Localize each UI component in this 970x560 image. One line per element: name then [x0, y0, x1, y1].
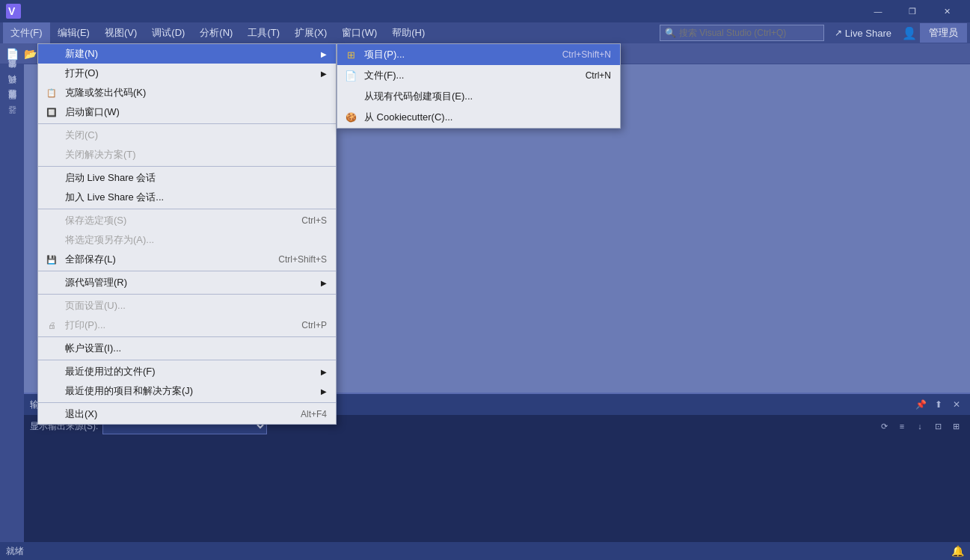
new-file-label: 文件(F)...	[364, 69, 404, 82]
minimize-button[interactable]: —	[861, 0, 895, 22]
cookiecutter-label: 从 Cookiecutter(C)...	[364, 111, 452, 124]
new-submenu-cookiecutter[interactable]: 🍪 从 Cookiecutter(C)...	[337, 107, 620, 128]
file-menu-start-window-label: 启动窗口(W)	[65, 105, 120, 119]
file-menu-clone-label: 克隆或签出代码(K)	[65, 86, 146, 99]
sep-8	[38, 402, 336, 403]
file-menu-exit-label: 退出(X)	[65, 407, 97, 421]
file-menu-close-solution: 关闭解决方案(T)	[38, 145, 336, 164]
new-submenu-project[interactable]: ⊞ 项目(P)... Ctrl+Shift+N	[337, 44, 620, 65]
menu-analyze[interactable]: 分析(N)	[192, 22, 240, 43]
file-menu-save-selected: 保存选定项(S) Ctrl+S	[38, 211, 336, 230]
menu-edit[interactable]: 编辑(E)	[50, 22, 97, 43]
file-menu-source-control[interactable]: 源代码管理(R) ▶	[38, 273, 336, 292]
live-share-button[interactable]: ↗ Live Share	[827, 25, 899, 41]
file-menu-clone[interactable]: 📋 克隆或签出代码(K)	[38, 83, 336, 102]
cookiecutter-icon: 🍪	[343, 112, 358, 123]
menu-help[interactable]: 帮助(H)	[384, 22, 432, 43]
file-menu-open[interactable]: 打开(O) ▶	[38, 64, 336, 83]
output-icon-4[interactable]: ⊡	[930, 418, 946, 434]
output-close-btn[interactable]: ✕	[949, 397, 964, 412]
toolbar-new-project-btn[interactable]: 📄	[3, 45, 21, 63]
menu-bar: 文件(F) 编辑(E) 视图(V) 调试(D) 分析(N) 工具(T) 扩展(X…	[0, 22, 970, 43]
person-icon: 👤	[902, 26, 917, 40]
menu-window[interactable]: 窗口(W)	[334, 22, 384, 43]
save-sel-shortcut: Ctrl+S	[301, 215, 327, 226]
file-menu-start-window[interactable]: 🔲 启动窗口(W)	[38, 102, 336, 122]
sep-4	[38, 271, 336, 271]
sep-6	[38, 336, 336, 337]
sep-7	[38, 360, 336, 360]
sep-1	[38, 123, 336, 124]
file-menu-recent-files-label: 最近使用过的文件(F)	[65, 365, 156, 378]
clone-icon-area: 📋	[44, 88, 59, 98]
svg-text:V: V	[8, 5, 16, 17]
output-icon-1[interactable]: ⟳	[876, 418, 892, 434]
status-text: 就绪	[6, 545, 24, 558]
manage-button[interactable]: 管理员	[920, 23, 967, 43]
menu-tools[interactable]: 工具(T)	[240, 22, 287, 43]
new-project-icon: ⊞	[343, 49, 358, 61]
output-float-btn[interactable]: ⬆	[931, 397, 946, 412]
live-share-label: Live Share	[845, 28, 891, 39]
file-menu-print-label: 打印(P)...	[65, 319, 105, 332]
save-all-shortcut: Ctrl+Shift+S	[278, 254, 327, 265]
file-menu-save-as: 将选定项另存为(A)...	[38, 230, 336, 250]
close-button[interactable]: ✕	[930, 0, 964, 22]
file-menu-save-selected-label: 保存选定项(S)	[65, 214, 126, 227]
new-arrow-icon: ▶	[321, 50, 327, 58]
file-menu-close-solution-label: 关闭解决方案(T)	[65, 148, 136, 161]
output-panel-controls: 📌 ⬆ ✕	[913, 397, 964, 412]
start-window-icon-area: 🔲	[44, 108, 59, 117]
recent-files-arrow-icon: ▶	[321, 368, 327, 376]
file-menu-recent-projects[interactable]: 最近使用的项目和解决方案(J) ▶	[38, 381, 336, 401]
output-icons: ⟳ ≡ ↓ ⊡ ⊞	[876, 418, 964, 434]
file-menu-liveshare-start-label: 启动 Live Share 会话	[65, 171, 156, 185]
file-menu-new[interactable]: 新建(N) ▶	[38, 44, 336, 64]
sep-2	[38, 166, 336, 167]
file-menu-close-label: 关闭(C)	[65, 129, 98, 142]
toolbar-open-btn[interactable]: 📂	[21, 45, 39, 63]
title-bar-controls: — ❒ ✕	[861, 0, 964, 22]
notification-bell-icon[interactable]: 🔔	[951, 545, 964, 557]
file-menu-liveshare-join-label: 加入 Live Share 会话...	[65, 191, 164, 204]
new-project-shortcut: Ctrl+Shift+N	[562, 49, 611, 60]
sidebar-tab-search[interactable]: 搜索浏览器	[4, 67, 21, 81]
sidebar-tab-source[interactable]: 源代码	[4, 83, 21, 96]
file-menu-save-all[interactable]: 💾 全部保存(L) Ctrl+Shift+S	[38, 250, 336, 269]
file-menu-liveshare-start[interactable]: 启动 Live Share 会话	[38, 168, 336, 188]
file-menu-page-setup: 页面设置(U)...	[38, 296, 336, 316]
output-icon-3[interactable]: ↓	[912, 418, 928, 434]
search-box[interactable]: 🔍	[660, 25, 824, 41]
new-submenu-file[interactable]: 📄 文件(F)... Ctrl+N	[337, 65, 620, 86]
new-submenu-from-existing[interactable]: 从现有代码创建项目(E)...	[337, 86, 620, 107]
vs-logo: V	[6, 4, 21, 19]
print-icon: 🖨	[44, 321, 59, 330]
output-icon-5[interactable]: ⊞	[948, 418, 964, 434]
file-menu-recent-projects-label: 最近使用的项目和解决方案(J)	[65, 384, 193, 398]
menu-bar-right: 🔍 ↗ Live Share 👤 管理员	[660, 23, 967, 43]
menu-file[interactable]: 文件(F)	[3, 22, 50, 43]
open-arrow-icon: ▶	[321, 70, 327, 78]
menu-extensions[interactable]: 扩展(X)	[287, 22, 334, 43]
file-menu-new-label: 新建(N)	[65, 47, 98, 61]
file-menu-recent-files[interactable]: 最近使用过的文件(F) ▶	[38, 362, 336, 381]
restore-button[interactable]: ❒	[895, 0, 930, 22]
file-menu-open-label: 打开(O)	[65, 67, 99, 80]
file-menu-liveshare-join[interactable]: 加入 Live Share 会话...	[38, 188, 336, 207]
file-menu-account-settings[interactable]: 帐户设置(I)...	[38, 339, 336, 358]
new-file-icon: 📄	[343, 70, 358, 81]
file-menu-close: 关闭(C)	[38, 126, 336, 145]
print-shortcut: Ctrl+P	[301, 320, 327, 330]
menu-debug[interactable]: 调试(D)	[144, 22, 192, 43]
sidebar-tab-device[interactable]: 器	[4, 114, 21, 126]
file-menu-exit[interactable]: 退出(X) Alt+F4	[38, 404, 336, 424]
file-menu-page-setup-label: 页面设置(U)...	[65, 299, 126, 313]
file-menu-save-as-label: 将选定项另存为(A)...	[65, 233, 154, 247]
menu-view[interactable]: 视图(V)	[97, 22, 144, 43]
search-input[interactable]	[679, 28, 814, 38]
output-icon-2[interactable]: ≡	[894, 418, 910, 434]
new-project-label: 项目(P)...	[364, 48, 405, 61]
output-pin-btn[interactable]: 📌	[913, 397, 928, 412]
sidebar-tab-team[interactable]: 团队资源管理器	[4, 97, 21, 112]
exit-shortcut: Alt+F4	[301, 409, 327, 419]
